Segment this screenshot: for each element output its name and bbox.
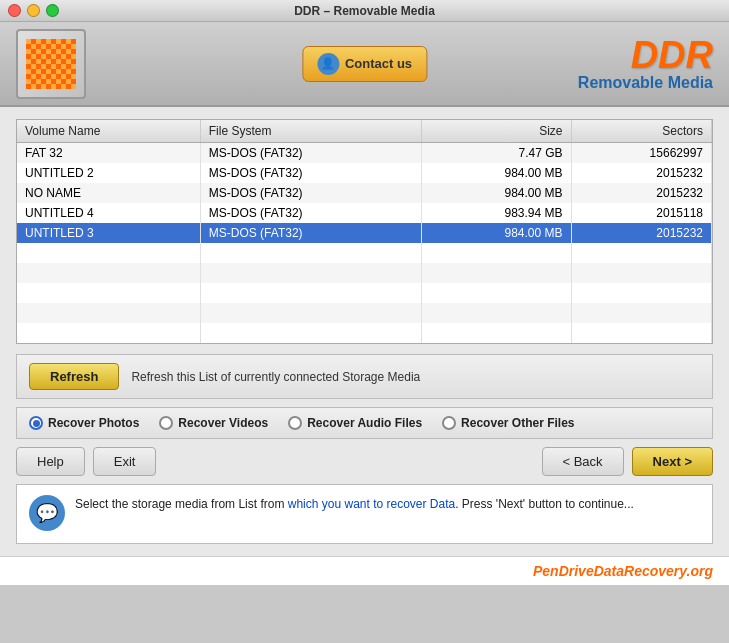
cell-size: 984.00 MB (421, 163, 571, 183)
cell-filesystem: MS-DOS (FAT32) (200, 143, 421, 164)
table-row-empty (17, 263, 712, 283)
cell-volume: UNTITLED 3 (17, 223, 200, 243)
navigation-buttons: Help Exit < Back Next > (16, 447, 713, 476)
table-row-empty (17, 323, 712, 343)
table-row[interactable]: FAT 32 MS-DOS (FAT32) 7.47 GB 15662997 (17, 143, 712, 164)
cell-sectors: 2015232 (571, 223, 711, 243)
exit-button[interactable]: Exit (93, 447, 157, 476)
cell-filesystem: MS-DOS (FAT32) (200, 163, 421, 183)
radio-recover-other-circle (442, 416, 456, 430)
footer-text: PenDriveDataRecovery.org (533, 563, 713, 579)
table-row-empty (17, 303, 712, 323)
table-row[interactable]: NO NAME MS-DOS (FAT32) 984.00 MB 2015232 (17, 183, 712, 203)
info-box: Select the storage media from List from … (16, 484, 713, 544)
table-body: FAT 32 MS-DOS (FAT32) 7.47 GB 15662997 U… (17, 143, 712, 344)
contact-icon: 👤 (317, 53, 339, 75)
brand: DDR Removable Media (578, 36, 713, 92)
radio-recover-other-label: Recover Other Files (461, 416, 574, 430)
cell-filesystem: MS-DOS (FAT32) (200, 183, 421, 203)
brand-title: DDR (578, 36, 713, 74)
main-content: Volume Name File System Size Sectors FAT… (0, 107, 729, 556)
table-row-empty (17, 243, 712, 263)
info-icon (29, 495, 65, 531)
logo-box (16, 29, 86, 99)
footer: PenDriveDataRecovery.org (0, 556, 729, 585)
col-size: Size (421, 120, 571, 143)
cell-size: 984.00 MB (421, 223, 571, 243)
cell-size: 983.94 MB (421, 203, 571, 223)
table-row[interactable]: UNTITLED 4 MS-DOS (FAT32) 983.94 MB 2015… (17, 203, 712, 223)
cell-volume: UNTITLED 2 (17, 163, 200, 183)
col-sectors: Sectors (571, 120, 711, 143)
info-text-blue: which you want to recover Data (288, 497, 455, 511)
cell-filesystem: MS-DOS (FAT32) (200, 203, 421, 223)
media-table: Volume Name File System Size Sectors FAT… (17, 120, 712, 343)
radio-recover-photos-label: Recover Photos (48, 416, 139, 430)
radio-recover-other[interactable]: Recover Other Files (442, 416, 574, 430)
refresh-row: Refresh Refresh this List of currently c… (16, 354, 713, 399)
minimize-button[interactable] (27, 4, 40, 17)
close-button[interactable] (8, 4, 21, 17)
cell-filesystem: MS-DOS (FAT32) (200, 223, 421, 243)
radio-recover-audio-label: Recover Audio Files (307, 416, 422, 430)
radio-recover-videos-label: Recover Videos (178, 416, 268, 430)
cell-sectors: 2015232 (571, 163, 711, 183)
contact-button[interactable]: 👤 Contact us (302, 46, 427, 82)
refresh-description: Refresh this List of currently connected… (131, 370, 420, 384)
radio-recover-photos[interactable]: Recover Photos (29, 416, 139, 430)
table-row[interactable]: UNTITLED 2 MS-DOS (FAT32) 984.00 MB 2015… (17, 163, 712, 183)
cell-volume: UNTITLED 4 (17, 203, 200, 223)
cell-sectors: 15662997 (571, 143, 711, 164)
cell-sectors: 2015118 (571, 203, 711, 223)
title-bar: DDR – Removable Media (0, 0, 729, 22)
contact-label: Contact us (345, 56, 412, 71)
logo-icon (26, 39, 76, 89)
help-button[interactable]: Help (16, 447, 85, 476)
media-table-container: Volume Name File System Size Sectors FAT… (16, 119, 713, 344)
window-controls[interactable] (8, 4, 59, 17)
cell-size: 984.00 MB (421, 183, 571, 203)
refresh-button[interactable]: Refresh (29, 363, 119, 390)
radio-recover-videos-circle (159, 416, 173, 430)
brand-subtitle: Removable Media (578, 74, 713, 92)
radio-recover-audio[interactable]: Recover Audio Files (288, 416, 422, 430)
radio-recover-photos-circle (29, 416, 43, 430)
back-button[interactable]: < Back (542, 447, 624, 476)
info-text: Select the storage media from List from … (75, 495, 634, 513)
cell-size: 7.47 GB (421, 143, 571, 164)
cell-sectors: 2015232 (571, 183, 711, 203)
maximize-button[interactable] (46, 4, 59, 17)
table-row[interactable]: UNTITLED 3 MS-DOS (FAT32) 984.00 MB 2015… (17, 223, 712, 243)
col-volume-name: Volume Name (17, 120, 200, 143)
radio-recover-audio-circle (288, 416, 302, 430)
cell-volume: FAT 32 (17, 143, 200, 164)
info-text-part1: Select the storage media from List from (75, 497, 288, 511)
table-header-row: Volume Name File System Size Sectors (17, 120, 712, 143)
window-title: DDR – Removable Media (294, 4, 435, 18)
cell-volume: NO NAME (17, 183, 200, 203)
table-row-empty (17, 283, 712, 303)
radio-recover-videos[interactable]: Recover Videos (159, 416, 268, 430)
info-text-part2: . Press 'Next' button to continue... (455, 497, 634, 511)
header: 👤 Contact us DDR Removable Media (0, 22, 729, 107)
col-filesystem: File System (200, 120, 421, 143)
radio-options-row: Recover Photos Recover Videos Recover Au… (16, 407, 713, 439)
next-button[interactable]: Next > (632, 447, 713, 476)
